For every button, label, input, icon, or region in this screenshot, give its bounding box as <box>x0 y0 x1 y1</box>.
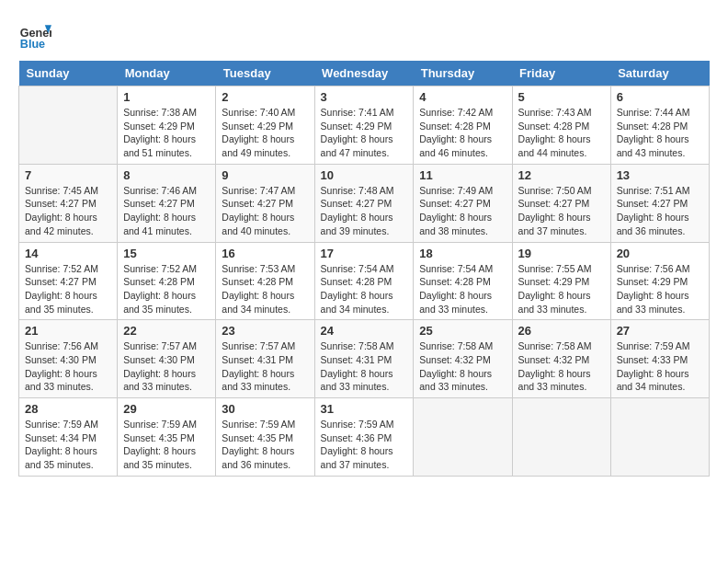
calendar-cell: 1Sunrise: 7:38 AMSunset: 4:29 PMDaylight… <box>118 86 216 165</box>
week-row-3: 21Sunrise: 7:56 AMSunset: 4:30 PMDayligh… <box>19 320 710 398</box>
day-number: 1 <box>123 90 210 104</box>
calendar-cell: 25Sunrise: 7:58 AMSunset: 4:32 PMDayligh… <box>414 320 512 398</box>
day-info: Sunrise: 7:42 AMSunset: 4:28 PMDaylight:… <box>419 106 506 160</box>
day-info: Sunrise: 7:59 AMSunset: 4:34 PMDaylight:… <box>25 418 111 472</box>
day-number: 9 <box>222 168 308 182</box>
day-info: Sunrise: 7:57 AMSunset: 4:31 PMDaylight:… <box>222 339 308 394</box>
day-number: 10 <box>321 168 408 182</box>
week-row-2: 14Sunrise: 7:52 AMSunset: 4:27 PMDayligh… <box>19 242 710 320</box>
day-info: Sunrise: 7:59 AMSunset: 4:35 PMDaylight:… <box>222 418 308 472</box>
day-number: 12 <box>518 168 605 182</box>
day-number: 31 <box>321 402 408 416</box>
calendar-cell: 17Sunrise: 7:54 AMSunset: 4:28 PMDayligh… <box>314 242 414 320</box>
calendar-table: SundayMondayTuesdayWednesdayThursdayFrid… <box>18 61 710 477</box>
day-info: Sunrise: 7:58 AMSunset: 4:31 PMDaylight:… <box>321 339 408 394</box>
svg-text:Blue: Blue <box>20 38 45 51</box>
calendar-cell: 10Sunrise: 7:48 AMSunset: 4:27 PMDayligh… <box>314 164 414 242</box>
day-info: Sunrise: 7:54 AMSunset: 4:28 PMDaylight:… <box>321 262 408 316</box>
day-info: Sunrise: 7:41 AMSunset: 4:29 PMDaylight:… <box>321 106 408 160</box>
day-info: Sunrise: 7:55 AMSunset: 4:29 PMDaylight:… <box>518 262 605 316</box>
day-number: 18 <box>419 247 506 260</box>
calendar-cell: 2Sunrise: 7:40 AMSunset: 4:29 PMDaylight… <box>216 86 314 165</box>
day-info: Sunrise: 7:59 AMSunset: 4:33 PMDaylight:… <box>617 339 703 394</box>
calendar-cell: 5Sunrise: 7:43 AMSunset: 4:28 PMDaylight… <box>512 86 610 165</box>
day-info: Sunrise: 7:53 AMSunset: 4:28 PMDaylight:… <box>222 262 308 316</box>
calendar-cell <box>414 398 512 477</box>
weekday-saturday: Saturday <box>610 61 709 86</box>
day-info: Sunrise: 7:49 AMSunset: 4:27 PMDaylight:… <box>419 184 506 238</box>
day-number: 29 <box>123 402 210 416</box>
week-row-1: 7Sunrise: 7:45 AMSunset: 4:27 PMDaylight… <box>19 164 710 242</box>
day-info: Sunrise: 7:43 AMSunset: 4:28 PMDaylight:… <box>518 106 605 160</box>
calendar-cell: 19Sunrise: 7:55 AMSunset: 4:29 PMDayligh… <box>512 242 610 320</box>
day-info: Sunrise: 7:51 AMSunset: 4:27 PMDaylight:… <box>617 184 703 238</box>
day-number: 26 <box>518 324 605 338</box>
weekday-thursday: Thursday <box>414 61 512 86</box>
day-info: Sunrise: 7:54 AMSunset: 4:28 PMDaylight:… <box>419 262 506 316</box>
calendar-cell: 3Sunrise: 7:41 AMSunset: 4:29 PMDaylight… <box>314 86 414 165</box>
day-info: Sunrise: 7:59 AMSunset: 4:35 PMDaylight:… <box>123 418 210 472</box>
day-number: 2 <box>222 90 308 104</box>
day-number: 8 <box>123 168 210 182</box>
calendar-cell: 14Sunrise: 7:52 AMSunset: 4:27 PMDayligh… <box>19 242 118 320</box>
calendar-cell: 22Sunrise: 7:57 AMSunset: 4:30 PMDayligh… <box>118 320 216 398</box>
calendar-cell: 28Sunrise: 7:59 AMSunset: 4:34 PMDayligh… <box>19 398 118 477</box>
header: General Blue <box>18 18 710 52</box>
day-info: Sunrise: 7:46 AMSunset: 4:27 PMDaylight:… <box>123 184 210 238</box>
day-number: 27 <box>617 324 703 338</box>
weekday-friday: Friday <box>512 61 610 86</box>
calendar-cell <box>19 86 118 165</box>
day-number: 11 <box>419 168 506 182</box>
calendar-cell: 4Sunrise: 7:42 AMSunset: 4:28 PMDaylight… <box>414 86 512 165</box>
day-info: Sunrise: 7:50 AMSunset: 4:27 PMDaylight:… <box>518 184 605 238</box>
calendar-cell: 31Sunrise: 7:59 AMSunset: 4:36 PMDayligh… <box>314 398 414 477</box>
calendar-cell: 24Sunrise: 7:58 AMSunset: 4:31 PMDayligh… <box>314 320 414 398</box>
calendar-cell: 26Sunrise: 7:58 AMSunset: 4:32 PMDayligh… <box>512 320 610 398</box>
calendar-cell: 23Sunrise: 7:57 AMSunset: 4:31 PMDayligh… <box>216 320 314 398</box>
weekday-monday: Monday <box>118 61 216 86</box>
day-number: 22 <box>123 324 210 338</box>
week-row-0: 1Sunrise: 7:38 AMSunset: 4:29 PMDaylight… <box>19 86 710 165</box>
calendar-cell: 21Sunrise: 7:56 AMSunset: 4:30 PMDayligh… <box>19 320 118 398</box>
week-row-4: 28Sunrise: 7:59 AMSunset: 4:34 PMDayligh… <box>19 398 710 477</box>
day-number: 28 <box>25 402 111 416</box>
day-number: 30 <box>222 402 308 416</box>
calendar-cell: 6Sunrise: 7:44 AMSunset: 4:28 PMDaylight… <box>610 86 709 165</box>
calendar-cell: 11Sunrise: 7:49 AMSunset: 4:27 PMDayligh… <box>414 164 512 242</box>
day-number: 15 <box>123 247 210 260</box>
day-info: Sunrise: 7:45 AMSunset: 4:27 PMDaylight:… <box>25 184 111 238</box>
calendar-cell: 9Sunrise: 7:47 AMSunset: 4:27 PMDaylight… <box>216 164 314 242</box>
day-info: Sunrise: 7:40 AMSunset: 4:29 PMDaylight:… <box>222 106 308 160</box>
day-info: Sunrise: 7:58 AMSunset: 4:32 PMDaylight:… <box>419 339 506 394</box>
day-number: 5 <box>518 90 605 104</box>
day-info: Sunrise: 7:47 AMSunset: 4:27 PMDaylight:… <box>222 184 308 238</box>
calendar-cell <box>512 398 610 477</box>
calendar-cell: 15Sunrise: 7:52 AMSunset: 4:28 PMDayligh… <box>118 242 216 320</box>
weekday-sunday: Sunday <box>19 61 118 86</box>
weekday-wednesday: Wednesday <box>314 61 414 86</box>
day-number: 20 <box>617 247 703 260</box>
day-info: Sunrise: 7:44 AMSunset: 4:28 PMDaylight:… <box>617 106 703 160</box>
day-number: 6 <box>617 90 703 104</box>
day-info: Sunrise: 7:38 AMSunset: 4:29 PMDaylight:… <box>123 106 210 160</box>
calendar-cell: 13Sunrise: 7:51 AMSunset: 4:27 PMDayligh… <box>610 164 709 242</box>
day-info: Sunrise: 7:56 AMSunset: 4:30 PMDaylight:… <box>25 339 111 394</box>
day-number: 13 <box>617 168 703 182</box>
calendar-cell: 30Sunrise: 7:59 AMSunset: 4:35 PMDayligh… <box>216 398 314 477</box>
day-info: Sunrise: 7:52 AMSunset: 4:28 PMDaylight:… <box>123 262 210 316</box>
calendar-cell: 18Sunrise: 7:54 AMSunset: 4:28 PMDayligh… <box>414 242 512 320</box>
calendar-cell: 16Sunrise: 7:53 AMSunset: 4:28 PMDayligh… <box>216 242 314 320</box>
calendar-cell: 7Sunrise: 7:45 AMSunset: 4:27 PMDaylight… <box>19 164 118 242</box>
calendar-cell: 29Sunrise: 7:59 AMSunset: 4:35 PMDayligh… <box>118 398 216 477</box>
day-number: 19 <box>518 247 605 260</box>
day-number: 16 <box>222 247 308 260</box>
day-info: Sunrise: 7:57 AMSunset: 4:30 PMDaylight:… <box>123 339 210 394</box>
calendar-cell: 12Sunrise: 7:50 AMSunset: 4:27 PMDayligh… <box>512 164 610 242</box>
day-info: Sunrise: 7:56 AMSunset: 4:29 PMDaylight:… <box>617 262 703 316</box>
day-number: 4 <box>419 90 506 104</box>
day-info: Sunrise: 7:58 AMSunset: 4:32 PMDaylight:… <box>518 339 605 394</box>
calendar-cell: 20Sunrise: 7:56 AMSunset: 4:29 PMDayligh… <box>610 242 709 320</box>
day-info: Sunrise: 7:59 AMSunset: 4:36 PMDaylight:… <box>321 418 408 472</box>
day-info: Sunrise: 7:52 AMSunset: 4:27 PMDaylight:… <box>25 262 111 316</box>
day-number: 24 <box>321 324 408 338</box>
